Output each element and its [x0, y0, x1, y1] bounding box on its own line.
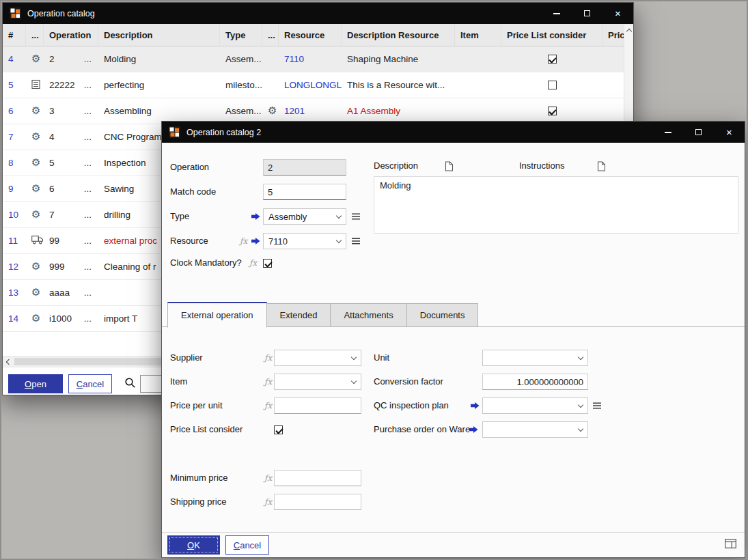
- resource-cell[interactable]: LONGLONGLO: [279, 80, 342, 90]
- supplier-combobox[interactable]: [274, 350, 361, 366]
- tab-external-operation[interactable]: External operation: [167, 302, 267, 328]
- unit-combobox[interactable]: [482, 350, 588, 366]
- price-list-checkbox[interactable]: [548, 81, 557, 89]
- operation-field[interactable]: [263, 159, 346, 176]
- ok-button[interactable]: OK: [167, 535, 220, 555]
- close-button[interactable]: ×: [714, 122, 745, 143]
- operation-value: 6: [49, 184, 55, 194]
- shipping-price-label: Shipping price: [170, 494, 226, 510]
- tab-extended[interactable]: Extended: [267, 303, 331, 327]
- column-header[interactable]: Operation: [44, 24, 98, 46]
- document-icon[interactable]: [597, 158, 605, 174]
- tab-documents[interactable]: Documents: [407, 303, 479, 327]
- ellipsis-button[interactable]: ...: [84, 236, 98, 246]
- goto-arrow-icon[interactable]: [469, 421, 478, 438]
- price-list-consider-label: Price List consider: [170, 421, 243, 438]
- operation-cell[interactable]: 22222 ...: [44, 80, 98, 90]
- list-menu-icon[interactable]: [592, 397, 602, 414]
- minimize-button[interactable]: [541, 3, 572, 24]
- ellipsis-button[interactable]: ...: [84, 80, 98, 90]
- table-row[interactable]: 4 ⚙ 2 ... Molding Assem... 7110 Shaping …: [3, 46, 624, 72]
- type-combobox[interactable]: Assembly: [263, 208, 346, 225]
- price-list-checkbox[interactable]: [548, 55, 557, 64]
- resource-combobox[interactable]: 7110: [263, 233, 346, 249]
- search-icon[interactable]: [124, 377, 136, 391]
- operation-cell[interactable]: 7 ...: [44, 210, 98, 220]
- catalog-titlebar[interactable]: Operation catalog ×: [3, 3, 633, 24]
- scroll-up-icon[interactable]: [624, 25, 633, 36]
- operation-cell[interactable]: aaaa ...: [44, 288, 98, 298]
- price-list-checkbox[interactable]: [548, 107, 557, 115]
- chevron-down-icon: [351, 354, 357, 359]
- cancel-button[interactable]: Cancel: [225, 535, 269, 555]
- operation-cell[interactable]: i1000 ...: [44, 313, 98, 324]
- maximize-button[interactable]: [683, 122, 714, 143]
- row-icon-cell: ⚙: [26, 158, 44, 168]
- maximize-button[interactable]: [572, 3, 602, 24]
- document-icon[interactable]: [445, 158, 453, 174]
- ellipsis-button[interactable]: ...: [84, 288, 98, 298]
- purchase-order-warehouse-combobox[interactable]: [482, 421, 588, 438]
- clock-mandatory-checkbox[interactable]: [263, 259, 272, 268]
- column-header[interactable]: Description Resource: [342, 24, 455, 46]
- goto-arrow-icon[interactable]: [251, 208, 260, 225]
- minimum-price-field[interactable]: [274, 470, 361, 486]
- ellipsis-button[interactable]: ...: [84, 262, 98, 272]
- ellipsis-button[interactable]: ...: [84, 132, 98, 142]
- item-combobox[interactable]: [274, 374, 361, 390]
- cancel-button[interactable]: Cancel: [68, 374, 112, 393]
- form-layout-icon[interactable]: [725, 539, 736, 551]
- table-row[interactable]: 5 22222 ... perfecting milesto... LONGLO…: [3, 72, 624, 98]
- price-list-cell: [501, 81, 602, 89]
- list-menu-icon[interactable]: [351, 233, 361, 249]
- tab-attachments[interactable]: Attachments: [331, 303, 406, 327]
- ellipsis-button[interactable]: ...: [84, 158, 98, 168]
- ellipsis-button[interactable]: ...: [84, 313, 98, 324]
- app-logo-icon: [169, 126, 180, 138]
- open-button[interactable]: Open: [8, 374, 63, 393]
- match-code-field[interactable]: [263, 184, 346, 200]
- ellipsis-button[interactable]: ...: [84, 210, 98, 220]
- operation-cell[interactable]: 2 ...: [44, 54, 98, 64]
- doc-icon: [31, 79, 40, 92]
- chevron-down-icon: [336, 237, 342, 242]
- minimize-button[interactable]: [652, 122, 683, 143]
- row-icon-cell: ⚙: [26, 132, 44, 142]
- resource-cell[interactable]: 1201: [279, 106, 342, 116]
- gear-icon: ⚙: [31, 288, 40, 298]
- column-header[interactable]: Type: [220, 24, 262, 46]
- column-header[interactable]: Item: [455, 24, 501, 46]
- row-icon-cell: ⚙: [26, 313, 44, 324]
- operation-cell[interactable]: 3 ...: [44, 106, 98, 116]
- fx-icon: ƒx: [240, 233, 249, 249]
- operation-cell[interactable]: 5 ...: [44, 158, 98, 168]
- ellipsis-button[interactable]: ...: [84, 54, 98, 64]
- operation-cell[interactable]: 4 ...: [44, 132, 98, 142]
- conversion-factor-field[interactable]: [482, 374, 588, 390]
- price-per-unit-field[interactable]: [274, 397, 361, 414]
- column-header[interactable]: Resource: [279, 24, 342, 46]
- close-button[interactable]: ×: [602, 3, 633, 24]
- ellipsis-button[interactable]: ...: [84, 106, 98, 116]
- goto-arrow-icon[interactable]: [471, 397, 480, 414]
- operation-cell[interactable]: 99 ...: [44, 236, 98, 246]
- goto-arrow-icon[interactable]: [251, 233, 260, 249]
- operation-cell[interactable]: 6 ...: [44, 184, 98, 194]
- column-header[interactable]: ...: [26, 24, 44, 46]
- scroll-left-icon[interactable]: [3, 356, 14, 367]
- list-menu-icon[interactable]: [351, 208, 361, 225]
- operation-value: 3: [49, 106, 55, 116]
- qc-inspection-plan-combobox[interactable]: [482, 397, 588, 414]
- description-textarea[interactable]: Molding: [374, 176, 738, 234]
- shipping-price-field[interactable]: [274, 494, 361, 510]
- column-header[interactable]: Price List consider: [501, 24, 602, 46]
- ellipsis-button[interactable]: ...: [84, 184, 98, 194]
- column-header[interactable]: #: [3, 24, 26, 46]
- column-header[interactable]: ...: [262, 24, 279, 46]
- operation-cell[interactable]: 999 ...: [44, 262, 98, 272]
- price-list-consider-checkbox[interactable]: [274, 425, 283, 434]
- column-header[interactable]: Description: [98, 24, 220, 46]
- gear-icon: ⚙: [31, 158, 40, 168]
- dialog-titlebar[interactable]: Operation catalog 2 ×: [162, 122, 745, 143]
- resource-cell[interactable]: 7110: [279, 54, 342, 64]
